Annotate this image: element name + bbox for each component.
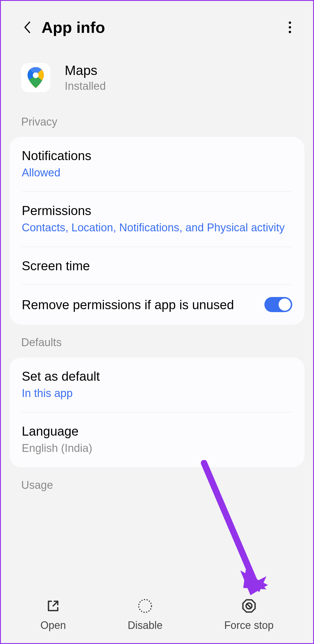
- app-name: Maps: [65, 62, 106, 78]
- section-title-privacy: Privacy: [1, 107, 313, 134]
- more-vert-icon: [288, 21, 291, 34]
- defaults-card: Set as default In this app Language Engl…: [10, 357, 304, 468]
- svg-point-3: [33, 72, 39, 78]
- section-title-usage: Usage: [1, 470, 313, 497]
- app-icon-maps: [21, 63, 50, 92]
- set-as-default-item[interactable]: Set as default In this app: [10, 357, 304, 412]
- item-title: Notifications: [22, 149, 292, 163]
- section-title-defaults: Defaults: [1, 328, 313, 355]
- google-maps-pin-icon: [28, 67, 44, 88]
- item-title: Language: [22, 424, 292, 439]
- disable-label: Disable: [128, 619, 163, 632]
- force-stop-button[interactable]: Force stop: [224, 597, 274, 632]
- force-stop-icon: [240, 597, 258, 615]
- permissions-item[interactable]: Permissions Contacts, Location, Notifica…: [10, 192, 304, 247]
- item-title: Remove permissions if app is unused: [22, 296, 256, 313]
- item-sub: In this app: [22, 386, 292, 401]
- language-item[interactable]: Language English (India): [10, 412, 304, 467]
- remove-permissions-toggle[interactable]: [264, 297, 292, 312]
- item-title: Screen time: [22, 259, 292, 273]
- svg-line-8: [247, 604, 251, 608]
- item-title: Set as default: [22, 369, 292, 384]
- back-button[interactable]: [21, 22, 33, 33]
- open-button[interactable]: Open: [40, 597, 66, 632]
- svg-marker-13: [240, 570, 268, 595]
- app-info-row: Maps Installed: [1, 45, 313, 107]
- remove-permissions-item[interactable]: Remove permissions if app is unused: [10, 285, 304, 325]
- item-title: Permissions: [22, 203, 292, 218]
- svg-point-0: [289, 22, 291, 24]
- disable-button[interactable]: Disable: [128, 597, 163, 632]
- screen-time-item[interactable]: Screen time: [10, 247, 304, 285]
- item-sub: Allowed: [22, 165, 292, 180]
- item-sub: Contacts, Location, Notifications, and P…: [22, 220, 292, 235]
- more-options-button[interactable]: [284, 22, 296, 33]
- open-label: Open: [40, 619, 66, 632]
- app-status: Installed: [65, 80, 106, 92]
- svg-point-5: [139, 600, 151, 612]
- svg-marker-11: [242, 573, 268, 594]
- open-icon: [44, 597, 62, 615]
- chevron-left-icon: [23, 21, 31, 34]
- page-title: App info: [41, 18, 284, 36]
- force-stop-label: Force stop: [224, 619, 274, 632]
- bottom-action-bar: Open Disable Force stop: [10, 597, 304, 632]
- privacy-card: Notifications Allowed Permissions Contac…: [10, 137, 304, 325]
- svg-marker-12: [243, 568, 266, 589]
- disable-icon: [136, 597, 154, 615]
- notifications-item[interactable]: Notifications Allowed: [10, 137, 304, 192]
- item-sub: English (India): [22, 441, 292, 456]
- svg-point-2: [289, 31, 291, 33]
- svg-point-1: [289, 26, 291, 28]
